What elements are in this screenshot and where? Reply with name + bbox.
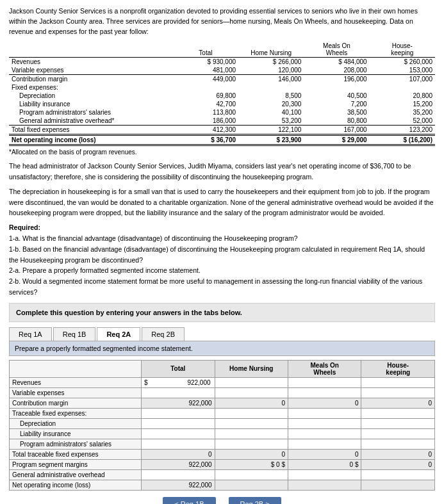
seg-label-net-income: Net operating income (loss) [10, 480, 142, 490]
seg-input-liability-mow[interactable] [291, 430, 358, 437]
seg-label-depreciation: Depreciation [10, 418, 142, 428]
seg-input-depreciation-total[interactable] [144, 420, 211, 427]
seg-hns-gen-admin[interactable] [215, 469, 288, 480]
seg-mow-salaries[interactable] [288, 439, 361, 449]
seg-row-liability: Liability insurance [10, 428, 435, 439]
table-row: Program administrators' salaries 113,800… [9, 108, 435, 117]
seg-header-total: Total [142, 360, 215, 377]
seg-input-salaries-hns[interactable] [218, 441, 285, 448]
tab-req1a[interactable]: Req 1A [9, 327, 52, 341]
required-section: Required: 1-a. What is the financial adv… [9, 222, 435, 298]
seg-label-contribution: Contribution margin [10, 398, 142, 408]
seg-label-traceable-header: Traceable fixed expenses: [10, 408, 142, 418]
seg-hns-net-income [215, 480, 288, 490]
table-row: Total fixed expenses 412,300 122,100 167… [9, 126, 435, 135]
seg-input-variable-mow[interactable] [291, 389, 358, 396]
seg-row-traceable-header: Traceable fixed expenses: [10, 408, 435, 418]
seg-hns-depreciation[interactable] [215, 418, 288, 428]
seg-label-gen-admin: General administrative overhead [10, 469, 142, 480]
seg-input-gen-admin-hns[interactable] [218, 471, 285, 478]
seg-hns-salaries[interactable] [215, 439, 288, 449]
seg-row-gen-admin: General administrative overhead [10, 469, 435, 480]
tab-instruction: Prepare a properly formatted segmented i… [9, 341, 435, 356]
seg-hk-liability[interactable] [361, 428, 435, 439]
seg-input-salaries-hk[interactable] [364, 441, 432, 448]
seg-input-depreciation-hk[interactable] [364, 420, 432, 427]
seg-input-salaries-mow[interactable] [291, 441, 358, 448]
seg-input-revenues-hns[interactable] [218, 379, 285, 386]
seg-hns-revenues[interactable] [215, 377, 288, 387]
seg-total-gen-admin[interactable] [142, 469, 215, 480]
seg-input-liability-total[interactable] [144, 430, 211, 437]
seg-label-salaries: Program administrators' salaries [10, 439, 142, 449]
forward-button[interactable]: Req 2B > [229, 497, 281, 504]
seg-hk-depreciation[interactable] [361, 418, 435, 428]
tab-instruction-text: Prepare a properly formatted segmented i… [15, 345, 193, 352]
seg-label-total-traceable: Total traceable fixed expenses [10, 449, 142, 459]
table-row: Fixed expenses: [9, 83, 435, 92]
seg-mow-gen-admin[interactable] [288, 469, 361, 480]
seg-total-total-traceable: 0 [142, 449, 215, 459]
seg-input-gen-admin-mow[interactable] [291, 471, 358, 478]
seg-label-variable: Variable expenses [10, 387, 142, 398]
table-row-net-income: Net operating income (loss) $ 36,700 $ 2… [9, 135, 435, 145]
seg-mow-liability[interactable] [288, 428, 361, 439]
seg-hk-contribution: 0 [361, 398, 435, 408]
seg-total-liability[interactable] [142, 428, 215, 439]
seg-header-label [10, 360, 142, 377]
tab-req2b[interactable]: Req 2B [142, 327, 185, 341]
seg-input-revenues-mow[interactable] [291, 379, 358, 386]
seg-input-depreciation-mow[interactable] [291, 420, 358, 427]
back-button[interactable]: < Req 1B [163, 497, 215, 504]
seg-total-salaries[interactable] [142, 439, 215, 449]
seg-row-contribution: Contribution margin 922,000 0 0 0 [10, 398, 435, 408]
seg-input-liability-hk[interactable] [364, 430, 432, 437]
seg-input-liability-hns[interactable] [218, 430, 285, 437]
table-row: Revenues $ 930,000 $ 266,000 $ 484,000 $… [9, 58, 435, 67]
table-row: Contribution margin 449,000 146,000 196,… [9, 75, 435, 84]
seg-input-variable-hns[interactable] [218, 389, 285, 396]
seg-total-net-income: 922,000 [142, 480, 215, 490]
main-data-table: Total Home Nursing Meals OnWheels House-… [9, 42, 435, 146]
req-item-1a: 1-a. What is the financial advantage (di… [9, 234, 298, 242]
seg-input-depreciation-hns[interactable] [218, 420, 285, 427]
seg-label-segment-margins: Program segment margins [10, 459, 142, 469]
seg-mow-variable[interactable] [288, 387, 361, 398]
seg-mow-revenues[interactable] [288, 377, 361, 387]
seg-mow-contribution: 0 [288, 398, 361, 408]
body-paragraph-1: The head administrator of Jackson County… [9, 161, 435, 183]
seg-hk-gen-admin[interactable] [361, 469, 435, 480]
seg-hk-salaries[interactable] [361, 439, 435, 449]
seg-input-gen-admin-hk[interactable] [364, 471, 432, 478]
seg-input-revenues-total[interactable] [149, 379, 212, 386]
seg-row-revenues: Revenues $ [10, 377, 435, 387]
seg-input-variable-total[interactable] [144, 389, 211, 396]
seg-hk-revenues[interactable] [361, 377, 435, 387]
seg-input-salaries-total[interactable] [144, 441, 211, 448]
seg-header-housekeeping: House-keeping [361, 360, 435, 377]
seg-mow-total-traceable: 0 [288, 449, 361, 459]
page-container: Jackson County Senior Services is a nonp… [0, 0, 444, 504]
seg-header-home-nursing: Home Nursing [215, 360, 288, 377]
header-meals-on-wheels: Meals OnWheels [304, 42, 369, 58]
tab-req1b[interactable]: Req 1B [53, 327, 96, 341]
seg-input-gen-admin-total[interactable] [144, 471, 211, 478]
seg-hk-variable[interactable] [361, 387, 435, 398]
seg-total-revenues[interactable]: $ [142, 377, 215, 387]
header-label-col [9, 42, 173, 58]
seg-hns-liability[interactable] [215, 428, 288, 439]
seg-total-variable[interactable] [142, 387, 215, 398]
segmented-income-table: Total Home Nursing Meals OnWheels House-… [9, 360, 435, 491]
req-item-1b: 1-b. Based on the financial advantage (d… [9, 245, 425, 264]
table-row: Depreciation 69,800 8,500 40,500 20,800 [9, 92, 435, 100]
tabs-bar: Req 1A Req 1B Req 2A Req 2B [9, 327, 435, 341]
seg-input-variable-hk[interactable] [364, 389, 432, 396]
tab-req2a[interactable]: Req 2A [97, 327, 140, 341]
seg-hns-variable[interactable] [215, 387, 288, 398]
seg-total-depreciation[interactable] [142, 418, 215, 428]
seg-mow-segment-margins: 0 $ [288, 459, 361, 469]
seg-input-revenues-hk[interactable] [364, 379, 432, 386]
seg-mow-depreciation[interactable] [288, 418, 361, 428]
seg-label-liability: Liability insurance [10, 428, 142, 439]
seg-row-variable: Variable expenses [10, 387, 435, 398]
